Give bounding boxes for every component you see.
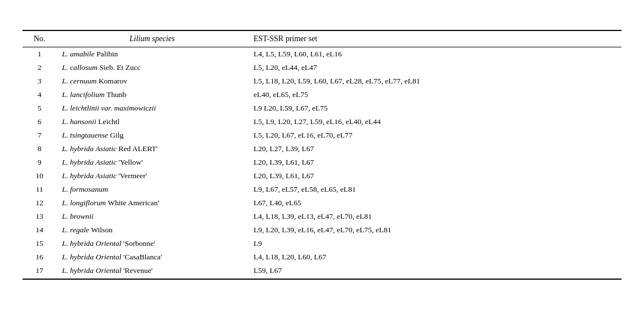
- primer-set: L5, L18, L20, L59, L60, L67, eL28, eL75,…: [248, 74, 621, 88]
- table-row: 7L. tsingtauense GilgL5, L20, L67, eL16,…: [23, 129, 621, 142]
- row-number: 10: [23, 169, 56, 183]
- species-name: L. leichtlinii var. maximowiczii: [56, 101, 248, 115]
- table-row: 5L. leichtlinii var. maximowicziiL9 L20,…: [23, 101, 621, 115]
- primer-set: L4, L5, L59, L60, L61, eL16: [248, 47, 621, 61]
- row-number: 14: [23, 223, 56, 237]
- header-species: Lilium species: [56, 30, 248, 47]
- species-name: L. hybrida Oriental 'Revenue': [56, 264, 248, 279]
- species-name: L. hybrida Asiatic 'Yellow': [56, 156, 248, 169]
- species-name: L. hybrida Asiatic Red ALERT': [56, 142, 248, 156]
- row-number: 6: [23, 115, 56, 129]
- table-row: 16L. hybrida Oriental 'CasaBlanca'L4, L1…: [23, 250, 621, 264]
- table-row: 9L. hybrida Asiatic 'Yellow'L20, L39, L6…: [23, 156, 621, 169]
- primer-set: L20, L39, L61, L67: [248, 156, 621, 169]
- table-header-row: No. Lilium species EST-SSR primer set: [23, 30, 621, 47]
- primer-set: L67, L40, eL65: [248, 196, 621, 210]
- row-number: 17: [23, 264, 56, 279]
- primer-set: L5, L20, L67, eL16, eL70, eL77: [248, 129, 621, 142]
- species-name: L. lancifolium Thunb: [56, 88, 248, 101]
- species-name: L. hansonii Leichtl: [56, 115, 248, 129]
- table-row: 2L. callosum Sieb. Et ZuccL5, L20, eL44,…: [23, 61, 621, 74]
- primer-set: eL40, eL65, eL75: [248, 88, 621, 101]
- primer-set: L59, L67: [248, 264, 621, 279]
- primer-set: L5, L20, eL44, eL47: [248, 61, 621, 74]
- primer-set: L4, L18, L39, eL13, eL47, eL70, eL81: [248, 210, 621, 223]
- primer-set: L20, L39, L61, L67: [248, 169, 621, 183]
- species-name: L. hybrida Asiatic 'Vermeer': [56, 169, 248, 183]
- species-name: L. regale Wilson: [56, 223, 248, 237]
- primer-set: L5, L9, L20, L27, L59, eL16, eL40, eL44: [248, 115, 621, 129]
- species-name: L. brownii: [56, 210, 248, 223]
- table-row: 12L. longiflorum White American'L67, L40…: [23, 196, 621, 210]
- species-name: L. formosanum: [56, 183, 248, 196]
- primer-set: L9 L20, L59, L67, eL75: [248, 101, 621, 115]
- species-name: L. tsingtauense Gilg: [56, 129, 248, 142]
- species-name: L. hybrida Oriental 'CasaBlanca': [56, 250, 248, 264]
- data-table: No. Lilium species EST-SSR primer set 1L…: [23, 30, 621, 280]
- row-number: 8: [23, 142, 56, 156]
- table-row: 6L. hansonii LeichtlL5, L9, L20, L27, L5…: [23, 115, 621, 129]
- species-name: L. longiflorum White American': [56, 196, 248, 210]
- row-number: 13: [23, 210, 56, 223]
- table-row: 11L. formosanumL9, L67, eL57, eL58, eL65…: [23, 183, 621, 196]
- row-number: 12: [23, 196, 56, 210]
- primer-set: L9: [248, 237, 621, 250]
- table-row: 13L. browniiL4, L18, L39, eL13, eL47, eL…: [23, 210, 621, 223]
- table-row: 15L. hybrida Oriental 'Sorbonne'L9: [23, 237, 621, 250]
- primer-set: L9, L67, eL57, eL58, eL65, eL81: [248, 183, 621, 196]
- table-row: 14L. regale WilsonL9, L20, L39, eL16, eL…: [23, 223, 621, 237]
- primer-set: L4, L18, L20, L60, L67: [248, 250, 621, 264]
- table-row: 8L. hybrida Asiatic Red ALERT'L20, L27, …: [23, 142, 621, 156]
- species-name: L. amabile Palibin: [56, 47, 248, 61]
- header-primer: EST-SSR primer set: [248, 30, 621, 47]
- row-number: 5: [23, 101, 56, 115]
- primer-set: L20, L27, L39, L67: [248, 142, 621, 156]
- table-row: 4L. lancifolium ThunbeL40, eL65, eL75: [23, 88, 621, 101]
- row-number: 3: [23, 74, 56, 88]
- header-no: No.: [23, 30, 56, 47]
- row-number: 9: [23, 156, 56, 169]
- table-row: 17L. hybrida Oriental 'Revenue'L59, L67: [23, 264, 621, 279]
- row-number: 7: [23, 129, 56, 142]
- species-name: L. callosum Sieb. Et Zucc: [56, 61, 248, 74]
- row-number: 1: [23, 47, 56, 61]
- main-table-container: No. Lilium species EST-SSR primer set 1L…: [23, 30, 621, 280]
- table-row: 10L. hybrida Asiatic 'Vermeer'L20, L39, …: [23, 169, 621, 183]
- row-number: 11: [23, 183, 56, 196]
- row-number: 16: [23, 250, 56, 264]
- primer-set: L9, L20, L39, eL16, eL47, eL70, eL75, eL…: [248, 223, 621, 237]
- row-number: 2: [23, 61, 56, 74]
- row-number: 15: [23, 237, 56, 250]
- row-number: 4: [23, 88, 56, 101]
- table-row: 3L. cernuum KomarovL5, L18, L20, L59, L6…: [23, 74, 621, 88]
- species-name: L. cernuum Komarov: [56, 74, 248, 88]
- table-row: 1L. amabile PalibinL4, L5, L59, L60, L61…: [23, 47, 621, 61]
- species-name: L. hybrida Oriental 'Sorbonne': [56, 237, 248, 250]
